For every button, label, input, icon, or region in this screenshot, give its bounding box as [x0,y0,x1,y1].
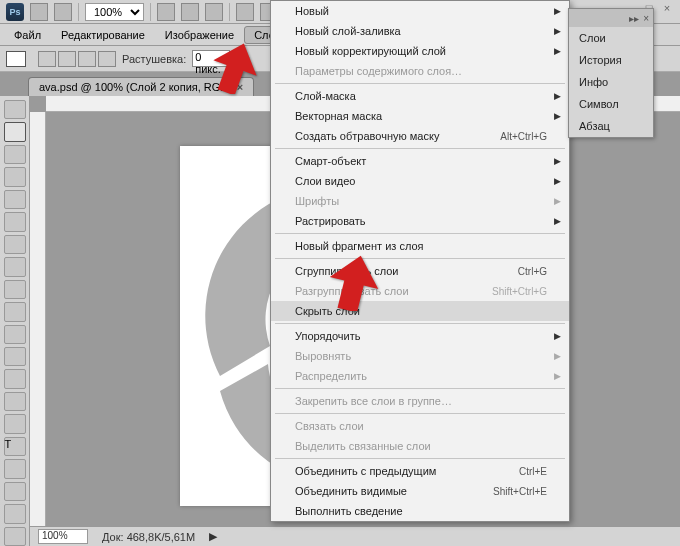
menu-item[interactable]: Скрыть слои [271,301,569,321]
submenu-arrow-icon: ▶ [554,111,561,121]
panel-history[interactable]: История [569,49,653,71]
lasso-tool[interactable] [4,145,26,164]
hand-tool-icon[interactable] [157,3,175,21]
menu-item-label: Новый корректирующий слой [295,45,446,57]
separator [150,3,151,21]
healing-tool[interactable] [4,235,26,254]
style-label: Ст [236,53,249,65]
menu-item-label: Сгруппировать слои [295,265,398,277]
menu-item[interactable]: Новый▶ [271,1,569,21]
menu-item-label: Скрыть слои [295,305,360,317]
tool-preset-icon[interactable] [6,51,26,67]
menu-item-label: Закрепить все слои в группе… [295,395,452,407]
submenu-arrow-icon: ▶ [554,26,561,36]
menu-item[interactable]: Объединить видимыеShift+Ctrl+E [271,481,569,501]
3d-tool[interactable] [4,504,26,523]
menu-item-label: Слои видео [295,175,355,187]
eyedropper-tool[interactable] [4,212,26,231]
stamp-tool[interactable] [4,280,26,299]
separator [229,3,230,21]
menu-item[interactable]: Новый корректирующий слой▶ [271,41,569,61]
zoom-field[interactable]: 100% [38,529,88,544]
menu-item: Выровнять▶ [271,346,569,366]
document-tab[interactable]: ava.psd @ 100% (Слой 2 копия, RGB/ × [28,77,254,96]
submenu-arrow-icon: ▶ [554,371,561,381]
doc-size-label: Док: 468,8K/5,61M [102,531,195,543]
bridge-icon[interactable] [30,3,48,21]
menu-item[interactable]: Новый слой-заливка▶ [271,21,569,41]
flyout-header: ▸▸ × [569,9,653,27]
flyout-collapse-icon[interactable]: ▸▸ [629,13,639,24]
menu-item: Разгруппировать слоиShift+Ctrl+G [271,281,569,301]
panels-flyout: ▸▸ × Слои История Инфо Символ Абзац [568,8,654,138]
flyout-close-icon[interactable]: × [643,13,649,24]
menu-item[interactable]: Объединить с предыдущимCtrl+E [271,461,569,481]
menu-item[interactable]: Векторная маска▶ [271,106,569,126]
panel-symbol[interactable]: Символ [569,93,653,115]
menu-separator [275,258,565,259]
path-tool[interactable] [4,459,26,478]
close-icon[interactable]: × [660,2,674,14]
menu-item[interactable]: Растрировать▶ [271,211,569,231]
menu-separator [275,413,565,414]
ruler-vertical [30,112,46,546]
dodge-tool[interactable] [4,392,26,411]
panel-layers[interactable]: Слои [569,27,653,49]
menu-item[interactable]: Создать обтравочную маскуAlt+Ctrl+G [271,126,569,146]
panel-paragraph[interactable]: Абзац [569,115,653,137]
menu-item[interactable]: Новый фрагмент из слоя [271,236,569,256]
brush-tool[interactable] [4,257,26,276]
menu-edit[interactable]: Редактирование [51,26,155,44]
menu-shortcut: Ctrl+E [519,466,547,477]
menu-item[interactable]: Слои видео▶ [271,171,569,191]
ps-logo-icon: Ps [6,3,24,21]
zoom-tool-icon[interactable] [181,3,199,21]
menu-item-label: Параметры содержимого слоя… [295,65,462,77]
menu-item: Параметры содержимого слоя… [271,61,569,81]
menu-item[interactable]: Упорядочить▶ [271,326,569,346]
marquee-tool[interactable] [4,122,26,141]
blur-tool[interactable] [4,369,26,388]
selection-new-icon[interactable] [38,51,56,67]
zoom-select[interactable]: 100% [85,3,144,21]
menu-item-label: Растрировать [295,215,366,227]
type-tool[interactable]: T [4,437,26,456]
rotate-view-icon[interactable] [205,3,223,21]
close-icon[interactable]: × [237,81,243,93]
layout-icon[interactable] [54,3,72,21]
menu-item-label: Распределить [295,370,367,382]
feather-input[interactable]: 0 пикс. [192,50,230,67]
menu-item[interactable]: Смарт-объект▶ [271,151,569,171]
arrange-docs-icon[interactable] [236,3,254,21]
hand-tool[interactable] [4,527,26,546]
submenu-arrow-icon: ▶ [554,176,561,186]
feather-label: Растушевка: [122,53,186,65]
menu-file[interactable]: Файл [4,26,51,44]
menu-separator [275,233,565,234]
submenu-arrow-icon: ▶ [554,46,561,56]
submenu-arrow-icon: ▶ [554,331,561,341]
menu-image[interactable]: Изображение [155,26,244,44]
menu-item[interactable]: Выполнить сведение [271,501,569,521]
move-tool[interactable] [4,100,26,119]
menu-item-label: Выровнять [295,350,351,362]
gradient-tool[interactable] [4,347,26,366]
shape-tool[interactable] [4,482,26,501]
selection-add-icon[interactable] [58,51,76,67]
chevron-right-icon[interactable]: ▶ [209,530,217,543]
eraser-tool[interactable] [4,325,26,344]
menu-item-label: Новый слой-заливка [295,25,401,37]
pen-tool[interactable] [4,414,26,433]
menu-item-label: Шрифты [295,195,339,207]
menu-shortcut: Shift+Ctrl+G [492,286,547,297]
menu-item[interactable]: Слой-маска▶ [271,86,569,106]
panel-info[interactable]: Инфо [569,71,653,93]
crop-tool[interactable] [4,190,26,209]
selection-subtract-icon[interactable] [78,51,96,67]
history-brush-tool[interactable] [4,302,26,321]
menu-item-label: Объединить видимые [295,485,407,497]
wand-tool[interactable] [4,167,26,186]
menu-item[interactable]: Сгруппировать слоиCtrl+G [271,261,569,281]
menu-shortcut: Shift+Ctrl+E [493,486,547,497]
selection-intersect-icon[interactable] [98,51,116,67]
